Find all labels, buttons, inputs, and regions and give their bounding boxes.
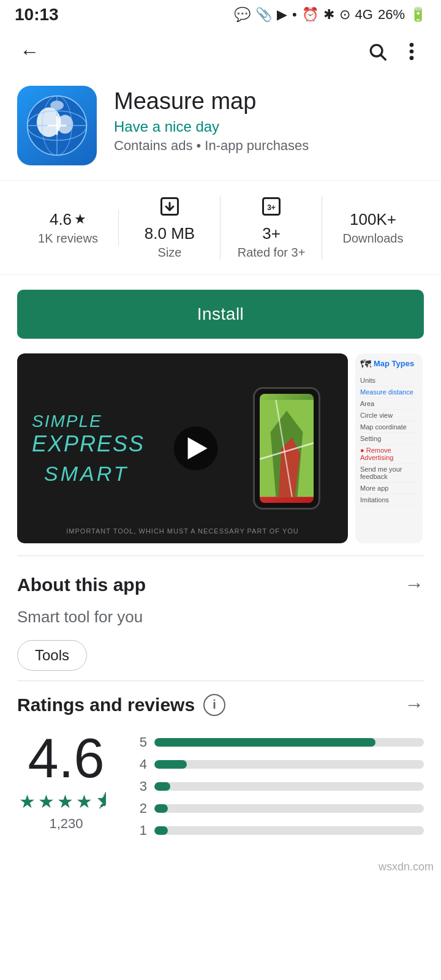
star-3: ★ <box>57 791 74 812</box>
stat-size-value: 8.0 MB <box>145 224 195 243</box>
watermark: wsxdn.com <box>0 856 441 878</box>
back-button[interactable]: ← <box>15 37 44 66</box>
ss-item-9: Imitations <box>360 494 418 506</box>
info-icon[interactable]: i <box>203 694 225 716</box>
youtube-icon: ▶ <box>277 7 287 23</box>
ss-item-7: Send me your feedback <box>360 464 418 483</box>
phone-mockup <box>225 353 348 543</box>
app-info: Measure map Have a nice day Contains ads… <box>114 86 424 154</box>
install-button[interactable]: Install <box>17 290 424 339</box>
bar-track-1 <box>154 826 424 835</box>
svg-text:3+: 3+ <box>267 203 276 212</box>
status-time: 10:13 <box>15 5 59 24</box>
second-screenshot-content: 🗺 Map Types Units Measure distance Area … <box>355 353 423 543</box>
video-screenshot[interactable]: SIMPLE EXPRESS SMART <box>17 353 348 543</box>
video-bottom-text: IMPORTANT TOOL, WHICH MUST A NECESSARY P… <box>17 527 348 535</box>
location-icon: ⊙ <box>339 7 350 23</box>
age-icon: 3+ <box>260 195 282 223</box>
bar-label-5: 5 <box>132 734 147 750</box>
big-rating-number: 4.6 <box>28 731 104 786</box>
phone-screen <box>260 394 314 503</box>
stars-row: ★ ★ ★ ★ ⯨ <box>19 791 113 812</box>
app-title: Measure map <box>114 88 424 115</box>
big-rating-col: 4.6 ★ ★ ★ ★ ⯨ 1,230 <box>17 731 115 832</box>
app-icon <box>17 86 97 165</box>
ratings-arrow[interactable]: → <box>404 693 424 716</box>
play-triangle-icon <box>188 437 208 459</box>
svg-point-2 <box>410 43 414 47</box>
stat-rating-value: 4.6 ★ <box>50 210 86 229</box>
more-button[interactable] <box>397 37 426 66</box>
dot-indicator: • <box>292 7 297 23</box>
ratings-content: 4.6 ★ ★ ★ ★ ⯨ 1,230 5 4 3 <box>17 731 424 839</box>
star-1: ★ <box>19 791 36 812</box>
ss-item-2: Area <box>360 398 418 410</box>
bar-label-3: 3 <box>132 778 147 794</box>
stat-rating[interactable]: 4.6 ★ 1K reviews <box>17 205 119 251</box>
ratings-section: Ratings and reviews i → 4.6 ★ ★ ★ ★ ⯨ 1,… <box>0 681 441 856</box>
star-2: ★ <box>38 791 55 812</box>
stat-size: 8.0 MB Size <box>119 190 221 265</box>
bar-label-1: 1 <box>132 823 147 839</box>
app-developer: Have a nice day <box>114 118 424 135</box>
about-section: About this app → Smart tool for you Tool… <box>0 556 441 680</box>
about-arrow[interactable]: → <box>404 573 424 596</box>
ss-item-8: More app <box>360 483 418 494</box>
review-count: 1,230 <box>49 816 83 832</box>
nav-actions <box>363 37 426 66</box>
bar-row-4: 4 <box>132 756 424 772</box>
bar-fill-1 <box>154 826 168 835</box>
ratings-title: Ratings and reviews <box>17 695 195 715</box>
second-screenshot[interactable]: 🗺 Map Types Units Measure distance Area … <box>355 353 423 543</box>
status-icons: 💬 📎 ▶ • ⏰ ✱ ⊙ 4G 26% 🔋 <box>234 7 426 23</box>
star-4: ★ <box>76 791 92 812</box>
bar-fill-5 <box>154 738 375 747</box>
bar-row-1: 1 <box>132 823 424 839</box>
bar-track-4 <box>154 760 424 769</box>
bar-fill-3 <box>154 782 170 791</box>
screenshots-section: SIMPLE EXPRESS SMART <box>0 353 441 556</box>
stat-downloads-label: Downloads <box>343 232 404 246</box>
stats-row: 4.6 ★ 1K reviews 8.0 MB Size 3+ 3+ Rated… <box>0 180 441 275</box>
stat-age: 3+ 3+ Rated for 3+ <box>221 190 322 265</box>
battery-shape: 🔋 <box>410 7 426 23</box>
stat-downloads-value: 100K+ <box>350 210 396 229</box>
download-icon <box>159 195 181 223</box>
app-meta: Contains ads • In-app purchases <box>114 138 424 154</box>
ss-item-1: Measure distance <box>360 386 418 398</box>
svg-point-8 <box>57 115 73 134</box>
bar-row-3: 3 <box>132 778 424 794</box>
video-text-smart: SMART <box>44 462 129 486</box>
video-text-simple: SIMPLE <box>32 412 102 431</box>
search-button[interactable] <box>363 37 392 66</box>
stat-size-label: Size <box>158 246 182 260</box>
tools-tag[interactable]: Tools <box>17 640 87 671</box>
bar-row-5: 5 <box>132 734 424 750</box>
stat-downloads: 100K+ Downloads <box>322 205 424 251</box>
stat-age-label: Rated for 3+ <box>238 246 306 260</box>
ratings-title-row: Ratings and reviews i <box>17 694 225 716</box>
ss-item-6: ● Remove Advertising <box>360 445 418 464</box>
main-video: SIMPLE EXPRESS SMART <box>17 353 348 543</box>
screenshots-scroll: SIMPLE EXPRESS SMART <box>0 353 441 543</box>
alarm-icon: ⏰ <box>302 7 318 23</box>
star-5-half: ⯨ <box>95 791 113 812</box>
svg-point-3 <box>410 50 414 54</box>
svg-point-4 <box>410 56 414 60</box>
ss-item-0: Units <box>360 375 418 386</box>
signal-icon: 4G <box>355 7 373 23</box>
bar-fill-4 <box>154 760 187 769</box>
about-description: Smart tool for you <box>17 606 424 628</box>
attachment-icon: 📎 <box>255 7 272 23</box>
bars-col: 5 4 3 2 1 <box>132 731 424 839</box>
video-text-express: EXPRESS <box>32 431 145 457</box>
stat-age-value: 3+ <box>262 224 281 243</box>
phone-shape <box>253 387 320 510</box>
stat-rating-label: 1K reviews <box>38 232 98 246</box>
play-button[interactable] <box>174 426 218 470</box>
second-ss-title: Map Types <box>374 359 414 368</box>
bar-label-4: 4 <box>132 756 147 772</box>
svg-line-1 <box>381 55 385 59</box>
about-header: About this app → <box>17 573 424 596</box>
ss-item-4: Map coordinate <box>360 421 418 433</box>
